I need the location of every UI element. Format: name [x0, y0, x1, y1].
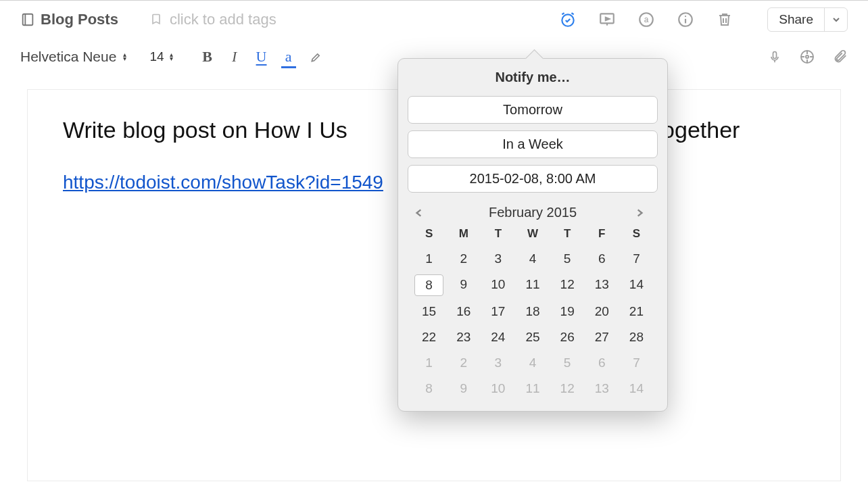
- share-button[interactable]: Share: [768, 8, 824, 31]
- calendar-day[interactable]: 10: [483, 379, 512, 399]
- calendar-day[interactable]: 23: [449, 327, 478, 347]
- calendar-dow: M: [446, 227, 481, 243]
- calendar-day[interactable]: 18: [518, 301, 547, 322]
- notebook-icon: [20, 12, 35, 27]
- notebook-label: Blog Posts: [41, 11, 118, 28]
- calendar-day[interactable]: 1: [414, 353, 443, 373]
- calendar-day[interactable]: 8: [414, 274, 443, 296]
- calendar-day[interactable]: 21: [622, 301, 651, 322]
- popover-title: Notify me…: [408, 70, 658, 85]
- calendar-day[interactable]: 2: [449, 249, 478, 269]
- highlight-button[interactable]: [310, 50, 323, 64]
- calendar-day[interactable]: 27: [587, 327, 617, 347]
- calendar-day[interactable]: 9: [449, 379, 478, 399]
- calendar-dow: T: [481, 227, 515, 243]
- reminder-popover: Notify me… Tomorrow In a Week 2015-02-08…: [397, 58, 668, 412]
- note-actions: a Share: [559, 7, 848, 32]
- calendar-day[interactable]: 22: [414, 327, 443, 347]
- calendar-header: February 2015: [408, 202, 658, 227]
- font-family-select[interactable]: Helvetica Neue ▴▾: [20, 49, 126, 65]
- calendar-day[interactable]: 13: [587, 379, 617, 399]
- stepper-icon: ▴▾: [170, 53, 173, 61]
- svg-rect-11: [773, 52, 777, 59]
- share-dropdown[interactable]: [824, 8, 847, 31]
- calendar-day[interactable]: 12: [553, 274, 582, 296]
- in-a-week-button[interactable]: In a Week: [408, 130, 658, 158]
- info-icon[interactable]: [677, 11, 694, 28]
- presentation-icon[interactable]: [598, 11, 616, 28]
- calendar-day[interactable]: 14: [622, 379, 651, 399]
- calendar-day[interactable]: 3: [483, 249, 512, 269]
- calendar-day[interactable]: 2: [449, 353, 478, 373]
- calendar-day[interactable]: 5: [553, 249, 582, 269]
- camera-icon[interactable]: [799, 49, 815, 65]
- calendar-day[interactable]: 13: [587, 274, 617, 296]
- italic-button[interactable]: I: [228, 48, 241, 66]
- calendar-day[interactable]: 3: [483, 353, 512, 373]
- calendar-day[interactable]: 8: [414, 379, 443, 399]
- prev-month-button[interactable]: [414, 207, 431, 219]
- bold-button[interactable]: B: [201, 48, 214, 66]
- top-bar: Blog Posts click to add tags a: [0, 0, 868, 38]
- reminder-icon[interactable]: [559, 11, 577, 28]
- calendar-day[interactable]: 5: [553, 353, 582, 373]
- tomorrow-button[interactable]: Tomorrow: [408, 96, 658, 124]
- calendar-day[interactable]: 17: [483, 301, 512, 322]
- calendar-dow: T: [550, 227, 585, 243]
- tags-field[interactable]: click to add tags: [149, 11, 276, 28]
- trash-icon[interactable]: [716, 11, 733, 28]
- calendar-day[interactable]: 7: [622, 249, 651, 269]
- text-color-button[interactable]: a: [283, 48, 295, 66]
- attachment-icon[interactable]: [833, 49, 848, 65]
- calendar-day[interactable]: 4: [518, 249, 547, 269]
- svg-rect-0: [23, 14, 33, 25]
- calendar-month-label: February 2015: [489, 205, 577, 220]
- calendar-dow: W: [515, 227, 550, 243]
- calendar-day[interactable]: 20: [587, 301, 617, 322]
- calendar-day[interactable]: 6: [587, 249, 617, 269]
- calendar-day[interactable]: 26: [553, 327, 582, 347]
- calendar-grid: SMTWTFS123456789101112131415161718192021…: [408, 227, 658, 399]
- calendar-day[interactable]: 28: [622, 327, 651, 347]
- next-month-button[interactable]: [635, 207, 651, 219]
- annotate-icon[interactable]: a: [637, 11, 655, 28]
- calendar-day[interactable]: 1: [414, 249, 443, 269]
- font-size-select[interactable]: 14 ▴▾: [149, 49, 172, 64]
- calendar-day[interactable]: 16: [449, 301, 478, 322]
- calendar-dow: S: [412, 227, 446, 243]
- calendar-day[interactable]: 7: [622, 353, 651, 373]
- tags-placeholder: click to add tags: [170, 11, 276, 28]
- stepper-icon: ▴▾: [123, 53, 126, 61]
- calendar-day[interactable]: 9: [449, 274, 478, 296]
- underline-button[interactable]: U: [256, 48, 268, 66]
- calendar-day[interactable]: 6: [587, 353, 617, 373]
- notebook-selector[interactable]: Blog Posts: [20, 11, 118, 28]
- audio-icon[interactable]: [768, 49, 781, 65]
- calendar-day[interactable]: 19: [553, 301, 582, 322]
- calendar-day[interactable]: 14: [622, 274, 651, 296]
- calendar-dow: F: [585, 227, 619, 243]
- calendar-day[interactable]: 4: [518, 353, 547, 373]
- reminder-datetime-field[interactable]: 2015-02-08, 8:00 AM: [408, 165, 658, 193]
- calendar-day[interactable]: 15: [414, 301, 443, 322]
- calendar-day[interactable]: 11: [518, 379, 547, 399]
- calendar-day[interactable]: 12: [553, 379, 582, 399]
- share-button-group: Share: [767, 7, 848, 32]
- calendar-day[interactable]: 24: [483, 327, 512, 347]
- note-link[interactable]: https://todoist.com/showTask?id=1549: [63, 172, 383, 193]
- calendar-day[interactable]: 11: [518, 274, 547, 296]
- tag-icon: [149, 11, 163, 28]
- calendar-dow: S: [619, 227, 654, 243]
- svg-text:a: a: [644, 15, 649, 24]
- calendar-day[interactable]: 25: [518, 327, 547, 347]
- calendar-day[interactable]: 10: [483, 274, 512, 296]
- svg-point-8: [685, 16, 686, 17]
- svg-point-14: [806, 55, 809, 58]
